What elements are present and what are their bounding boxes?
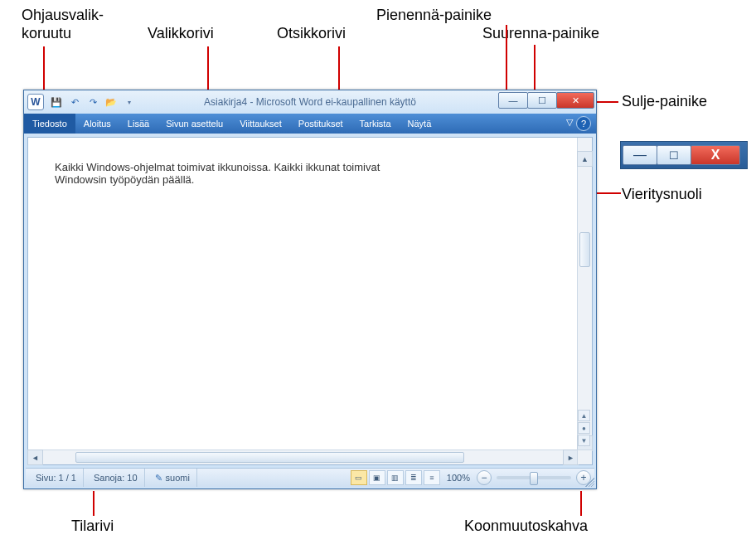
vertical-scroll-thumb[interactable] <box>579 232 590 267</box>
tab-postitukset[interactable]: Postitukset <box>290 114 351 134</box>
label-statusbar: Tilarivi <box>71 518 114 536</box>
document-content[interactable]: Kaikki Windows-ohjelmat toimivat ikkunoi… <box>28 138 592 464</box>
label-control-box: Ohjausvalik- koruutu <box>22 7 104 42</box>
tab-lisaa[interactable]: Lisää <box>119 114 158 134</box>
label-menubar: Valikkorivi <box>148 25 214 43</box>
minimize-button[interactable]: — <box>498 92 528 109</box>
scroll-up-arrow-icon[interactable]: ▲ <box>577 151 593 167</box>
status-language-text: suomi <box>166 473 190 483</box>
label-size-grip: Koonmuutoskahva <box>464 518 588 536</box>
closeup-maximize-button[interactable]: ☐ <box>657 145 691 165</box>
horizontal-scrollbar[interactable]: ◄ ► <box>28 450 578 464</box>
horizontal-scroll-track[interactable] <box>42 450 564 464</box>
view-fullscreen-icon[interactable]: ▣ <box>369 470 385 485</box>
tab-tiedosto[interactable]: Tiedosto <box>24 114 75 134</box>
label-maximize: Suurenna-painike <box>482 25 599 43</box>
tab-viittaukset[interactable]: Viittaukset <box>231 114 290 134</box>
view-web-icon[interactable]: ▥ <box>387 470 404 485</box>
document-line: Kaikki Windows-ohjelmat toimivat ikkunoi… <box>55 161 559 173</box>
closeup-close-button[interactable]: X <box>691 145 740 165</box>
help-button[interactable]: ? <box>576 116 591 131</box>
zoom-out-button[interactable]: − <box>477 470 492 485</box>
scroll-left-arrow-icon[interactable]: ◄ <box>27 450 43 465</box>
tab-sivun-asettelu[interactable]: Sivun asettelu <box>158 114 231 134</box>
ribbon-expand-icon[interactable]: ▽ <box>566 117 573 128</box>
maximize-button[interactable]: ☐ <box>527 92 557 109</box>
zoom-level[interactable]: 100% <box>447 473 470 483</box>
pointer <box>93 491 94 516</box>
tab-aloitus[interactable]: Aloitus <box>75 114 119 134</box>
view-outline-icon[interactable]: ≣ <box>405 470 422 485</box>
next-page-icon[interactable]: ▼ <box>578 435 590 446</box>
menubar: Tiedosto Aloitus Lisää Sivun asettelu Vi… <box>24 114 596 134</box>
size-grip[interactable] <box>583 475 594 487</box>
statusbar: Sivu: 1 / 1 Sanoja: 10 ✎ suomi ▭ ▣ ▥ ≣ ≡… <box>26 468 594 487</box>
proofing-icon: ✎ <box>155 473 162 484</box>
titlebar[interactable]: W 💾 ↶ ↷ 📂 ▾ Asiakirja4 - Microsoft Word … <box>24 90 596 114</box>
save-icon[interactable]: 💾 <box>50 95 63 109</box>
status-language[interactable]: ✎ suomi <box>148 469 197 487</box>
word-window: W 💾 ↶ ↷ 📂 ▾ Asiakirja4 - Microsoft Word … <box>23 90 597 489</box>
browse-object-icon[interactable]: ● <box>578 422 590 434</box>
qat-dropdown-icon[interactable]: ▾ <box>123 95 136 109</box>
status-right: ▭ ▣ ▥ ≣ ≡ 100% − + <box>351 470 591 485</box>
prev-page-icon[interactable]: ▲ <box>578 410 590 421</box>
undo-icon[interactable]: ↶ <box>68 95 81 109</box>
browse-object-buttons: ▲ ● ▼ <box>578 410 590 446</box>
horizontal-scroll-thumb[interactable] <box>75 452 464 463</box>
window-buttons-closeup: — ☐ X <box>620 141 748 169</box>
document-line: Windowsin työpöydän päällä. <box>55 173 559 186</box>
close-button[interactable]: ✕ <box>556 92 594 109</box>
scroll-corner <box>577 450 592 464</box>
label-scroll-arrow: Vieritysnuoli <box>622 186 702 204</box>
closeup-minimize-button[interactable]: — <box>623 145 657 165</box>
pointer <box>506 25 507 98</box>
label-close: Sulje-painike <box>622 93 707 111</box>
status-page[interactable]: Sivu: 1 / 1 <box>29 469 84 487</box>
document-area: ▤ Kaikki Windows-ohjelmat toimivat ikkun… <box>27 137 593 465</box>
zoom-slider[interactable] <box>497 476 571 479</box>
status-words[interactable]: Sanoja: 10 <box>87 469 145 487</box>
view-print-layout-icon[interactable]: ▭ <box>351 470 367 485</box>
vertical-scrollbar[interactable]: ▲ ▼ <box>577 138 592 450</box>
window-buttons: — ☐ ✕ <box>499 92 594 109</box>
tab-nayta[interactable]: Näytä <box>400 114 440 134</box>
control-menu-box[interactable]: W <box>27 94 44 110</box>
view-draft-icon[interactable]: ≡ <box>424 470 440 485</box>
pointer <box>43 46 45 96</box>
pointer <box>580 491 582 516</box>
label-minimize: Pienennä-painike <box>376 7 492 25</box>
tab-tarkista[interactable]: Tarkista <box>351 114 400 134</box>
open-icon[interactable]: 📂 <box>104 95 118 109</box>
label-titlebar: Otsikkorivi <box>277 25 346 43</box>
zoom-slider-handle[interactable] <box>530 472 538 485</box>
redo-icon[interactable]: ↷ <box>86 95 99 109</box>
